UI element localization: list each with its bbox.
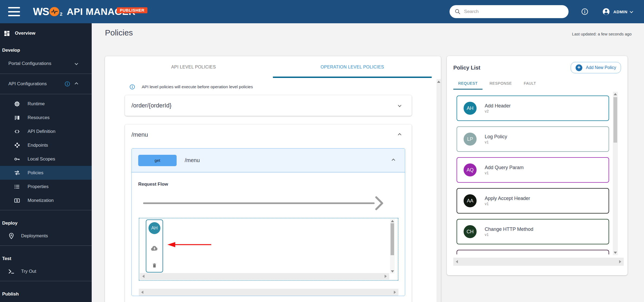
policy-avatar: CH [464,225,477,238]
plus-icon [576,64,582,71]
wso2-pulse-icon [49,7,59,16]
sidebar-section-publish: Publish [0,284,92,300]
endpoints-icon [14,142,21,148]
attached-policy-chip[interactable]: AH [146,219,163,273]
scroll-left-arrow[interactable] [142,275,144,278]
policy-list-horizontal-scrollbar[interactable] [453,258,624,266]
scroll-down-arrow[interactable] [614,252,617,254]
policy-card-partial[interactable] [457,250,609,254]
policy-list-vertical-scrollbar[interactable] [613,92,618,255]
policy-version: v1 [485,232,489,237]
resource-accordion-menu-header[interactable]: /menu [125,124,412,145]
resource-accordion-order[interactable]: /order/{orderId} [125,95,412,116]
terminal-icon [8,268,15,275]
sidebar-item-deployments[interactable]: Deployments [0,229,92,243]
scroll-left-arrow[interactable] [456,260,458,263]
scroll-right-arrow[interactable] [385,275,387,278]
sidebar-item-label: Monetization [28,198,54,203]
flow-arrow [143,195,398,211]
sidebar-item-label: Local Scopes [28,156,55,162]
editor-vertical-scrollbar[interactable] [437,79,441,302]
sidebar-item-try-out[interactable]: Try Out [0,265,92,278]
gear-icon [14,101,21,107]
tab-api-level-policies[interactable]: API LEVEL POLICIES [114,56,273,78]
scroll-right-arrow[interactable] [619,260,621,263]
chevron-down-icon [398,103,401,107]
sidebar-item-api-definition[interactable]: API Definition [0,124,92,138]
policy-list-tabs: REQUEST RESPONSE FAULT [453,78,628,90]
sidebar-item-lifecycle[interactable]: Lifecycle [0,300,92,302]
cloud-download-icon[interactable] [151,245,158,251]
policy-name: Add Header [485,103,511,109]
sidebar-item-runtime[interactable]: Runtime [0,97,92,111]
policy-card-add-header[interactable]: AH Add Headerv2 [457,96,609,121]
chevron-up-icon [398,133,401,137]
sidebar-item-monetization[interactable]: $ Monetization [0,193,92,207]
tab-fault[interactable]: FAULT [519,78,541,90]
scroll-left-arrow[interactable] [141,291,143,294]
search-input[interactable] [464,9,564,14]
scroll-up-arrow[interactable] [437,81,440,83]
policy-card-log-policy[interactable]: LP Log Policyv1 [457,126,609,152]
policies-editor-card: API LEVEL POLICIES OPERATION LEVEL POLIC… [105,56,441,302]
trash-icon[interactable] [152,262,157,269]
sidebar-item-overview[interactable]: Overview [0,27,92,40]
sidebar-item-label: Properties [28,184,48,189]
sidebar-item-api-configurations[interactable]: API Configurations [0,77,92,91]
scroll-down-arrow[interactable] [391,270,394,273]
sidebar-item-label: Overview [15,31,35,36]
tab-request[interactable]: REQUEST [453,78,483,90]
sidebar-item-label: Policies [28,170,44,176]
divider [0,94,92,94]
top-app-bar: WS 2 API MANAGER PUBLISHER ADMIN [0,0,644,23]
logo-subscript: 2 [60,12,62,17]
policy-name: Apply Accept Header [485,196,530,201]
policy-avatar: LP [464,133,477,146]
policy-card-add-query-param[interactable]: AQ Add Query Paramv1 [457,157,609,183]
policy-name: Change HTTP Method [485,226,533,232]
policy-card-change-http-method[interactable]: CH Change HTTP Methodv1 [457,219,609,244]
flow-horizontal-scrollbar[interactable] [139,289,398,296]
sidebar-item-local-scopes[interactable]: Local Scopes [0,152,92,166]
divider [0,210,92,210]
policy-level-tabs: API LEVEL POLICIES OPERATION LEVEL POLIC… [114,56,432,78]
key-icon [14,156,21,162]
sidebar-item-properties[interactable]: Properties [0,180,92,193]
divider [0,245,92,246]
add-new-policy-button[interactable]: Add New Policy [571,62,621,73]
policy-card-apply-accept-header[interactable]: AA Apply Accept Headerv1 [457,188,609,214]
user-name: ADMIN [613,9,628,14]
policy-version: v1 [485,202,489,206]
dropzone-vertical-scrollbar[interactable] [390,219,395,274]
chevron-up-icon [392,159,395,162]
sidebar-item-policies[interactable]: Policies [0,166,92,180]
sidebar-item-label: API Definition [28,129,55,134]
scroll-right-arrow[interactable] [394,291,396,294]
user-menu[interactable]: ADMIN [602,8,633,16]
tab-response[interactable]: RESPONSE [485,78,517,90]
page-title: Policies [105,28,133,37]
search-bar[interactable] [450,5,569,18]
scroll-up-arrow[interactable] [614,93,617,95]
sidebar-item-label: Portal Configurations [8,61,75,66]
help-info-icon[interactable] [581,8,589,15]
operation-path: /menu [185,157,200,163]
hamburger-menu-icon[interactable] [8,7,20,16]
publisher-badge: PUBLISHER [117,7,147,13]
dashboard-grid-icon [4,30,10,37]
sidebar-item-resources[interactable]: Resources [0,111,92,124]
info-icon [64,81,70,87]
scrollbar-thumb[interactable] [391,223,394,255]
sidebar-item-portal-configurations[interactable]: Portal Configurations [0,56,92,71]
location-pin-icon [8,232,15,239]
sidebar-item-label: Deployments [21,233,48,239]
scrollbar-thumb[interactable] [613,97,617,143]
policy-name: Add Query Param [485,165,524,170]
policy-dropzone[interactable]: AH [139,218,398,281]
dropzone-horizontal-scrollbar[interactable] [140,273,389,280]
add-new-policy-label: Add New Policy [586,65,616,70]
sidebar-item-endpoints[interactable]: Endpoints [0,138,92,152]
scroll-up-arrow[interactable] [391,220,394,222]
operation-header[interactable]: get /menu [132,149,405,172]
tab-operation-level-policies[interactable]: OPERATION LEVEL POLICIES [273,56,432,78]
